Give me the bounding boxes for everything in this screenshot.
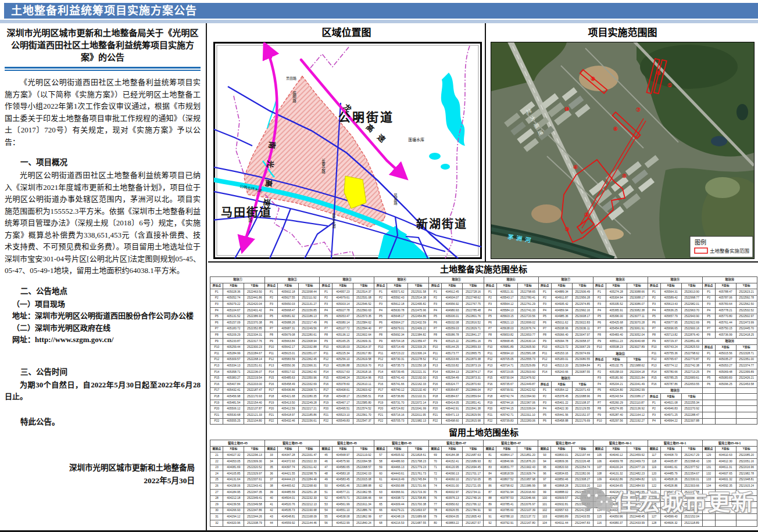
scope-area-number: ⑥ — [613, 126, 618, 132]
street-name-label: 振明路 — [292, 91, 296, 103]
legend-swatch — [695, 248, 707, 253]
table-row: 24404105.852522329.9736404421.552522298.… — [210, 471, 757, 477]
location-map-title: 区域位置图 — [208, 26, 485, 41]
table-row: P16405407.842522203.00P16405458.49252233… — [210, 382, 757, 388]
street-name-label: 景田路 — [286, 76, 296, 81]
location-map-panel: 区域位置图 — [208, 23, 486, 261]
section3-title: 三、公告时间 — [5, 366, 201, 378]
scope-area-number: ⑩ — [564, 106, 569, 112]
table-row: 26404158.062522343.4138404465.622522268.… — [210, 483, 757, 490]
section2-address: 地址：深圳市光明区公明街道西田股份合作公司办公楼 — [5, 310, 201, 322]
section1-body: 光明区公明街道西田社区土地整备利益统筹项目已纳入《深圳市2021年度城市更新和土… — [5, 170, 201, 277]
scope-map-panel: 项目实施范围图 — [487, 23, 758, 261]
table-row: P15405383.272522219.54P15405485.63252235… — [210, 375, 757, 382]
location-map-label: 新湖街道 — [416, 217, 467, 231]
table-row: 28404212.182522349.4140404504.012522232.… — [210, 495, 757, 502]
table-row: P6405157.092522370.38P6405688.262522217.… — [210, 320, 757, 326]
location-map-frame: 公明街道马田街道新湖街道莲塘水库龙大高速南光高速振明路长春北路松白路民生大道风景… — [213, 42, 482, 259]
table-row: P5405131.522522386.93P5405681.922522186.… — [210, 314, 757, 320]
legend-item-label: 土地整备实施范围 — [710, 248, 749, 254]
table-row: P13405334.132522251.61P13405550.36252236… — [210, 363, 757, 369]
blue-double-rule — [5, 67, 201, 71]
scope-area-number: ⑧ — [591, 76, 595, 82]
street-name-label: 民生大道 — [332, 213, 336, 229]
table-row: P18405456.982522170.93P18405421.68252228… — [210, 394, 757, 400]
table-row: P7405183.722522352.85P7405687.312522249.… — [210, 326, 757, 332]
table-row: 32404320.962522338.7944404559.922522144.… — [210, 520, 757, 526]
table-row: P14405358.712522236.07P14405517.02252236… — [210, 369, 757, 375]
scope-area-number: ② — [584, 212, 589, 218]
table-row: 27404184.952522347.3539404485.592522251.… — [210, 490, 757, 496]
street-name-label: 风景路 — [394, 193, 398, 206]
scope-area-number: ⑦ — [636, 107, 641, 113]
table-row: P19405481.542522154.40P19405413.50252224… — [210, 400, 757, 406]
scope-map-frame: 图例 土地整备实施范围 龙大高速茅洲河①②③④⑤⑥⑦⑧⑨⑩ — [491, 42, 755, 259]
table-subheader-row: 图斑点X坐标Y坐标图斑点X坐标Y坐标图斑点X坐标Y坐标图斑点X坐标Y坐标图斑点X… — [210, 446, 757, 452]
table-group-header-row: 地块①地块②地块③地块④地块⑤地块⑥地块⑦地块⑧地块⑨地块⑩ — [210, 277, 757, 283]
table-row: P22405555.252522104.80P22405432.46252215… — [210, 418, 757, 425]
scope-area-number: ⑤ — [622, 173, 627, 179]
street-name-label: 长春北路 — [321, 158, 326, 175]
scope-area-number: ① — [667, 82, 672, 88]
maps-row: 区域位置图 — [208, 23, 758, 263]
table-group-header-row: 留用土地05-45留用土地05-45留用土地05-45留用土地05-45留用土地… — [210, 440, 757, 447]
table-row: P3405079.222522420.04P3405650.032522131.… — [210, 301, 757, 308]
section3-body: 为期30个自然日，自2022年5月30日起至2022年6月28日止。 — [5, 379, 201, 403]
doc-heading: 深圳市光明区城市更新和土地整备局关于《光明区公明街道西田社区土地整备利益统筹项目… — [5, 27, 200, 64]
announcement-page: 土地整备利益统筹项目实施方案公告 深圳市光明区城市更新和土地整备局关于《光明区公… — [0, 0, 758, 532]
table1-title: 土地整备实施范围坐标 — [209, 264, 758, 275]
table-row: P17405432.412522187.47P17405436.86252230… — [210, 387, 757, 394]
signature-date: 2022年5月30日 — [5, 475, 201, 487]
table-row: 22404053.052522309.3034404372.932522322.… — [210, 459, 757, 465]
table-row: 23404081.692522320.5235404397.742522311.… — [210, 465, 757, 471]
table-row: P8405209.292522334.31P8405679.082522280.… — [210, 332, 757, 339]
table-row: 29404239.562522349.5841404520.762522212.… — [210, 502, 757, 508]
scope-area-number: ③ — [565, 227, 570, 232]
coordinate-table: 留用土地05-45留用土地05-45留用土地05-45留用土地05-45留用土地… — [210, 440, 757, 526]
scope-map-svg: 图例 土地整备实施范围 龙大高速茅洲河①②③④⑤⑥⑦⑧⑨⑩ — [491, 42, 754, 258]
signature-org: 深圳市光明区城市更新和土地整备局 — [5, 462, 201, 475]
table-row: 21404027.322522296.1333404347.282522331.… — [210, 452, 757, 459]
section2-item1: （一）项目现场 — [5, 299, 201, 311]
coordinate-table: 地块①地块②地块③地块④地块⑤地块⑥地块⑦地块⑧地块⑨地块⑩界址点X坐标Y坐标界… — [210, 276, 757, 425]
table-row: P21405530.682522121.33P21405418.97252218… — [210, 412, 757, 419]
table2-title: 留用土地范围坐标 — [209, 427, 758, 438]
table-row: 25404131.642522337.6137404444.232522284.… — [210, 477, 757, 483]
scope-area-number: ⑨ — [656, 70, 661, 76]
scope-legend: 图例 土地整备实施范围 — [690, 236, 753, 257]
table-row: P10405259.442522300.23P10405642.17252233… — [210, 344, 757, 351]
table-row: P4405104.672522401.42P4405668.472522156.… — [210, 307, 757, 314]
retained-land-coordinates-table: 留用土地05-45留用土地05-45留用土地05-45留用土地05-45留用土地… — [209, 440, 758, 526]
scope-area-number: ④ — [573, 164, 578, 170]
table-row: P12405309.572522268.14P12405583.59252236… — [210, 357, 757, 363]
section1-title: 一、项目概况 — [5, 156, 201, 168]
intro-paragraph: 《光明区公明街道西田社区土地整备利益统筹项目实施方案》（以下简称《实施方案》）已… — [5, 77, 201, 148]
page-title: 土地整备利益统筹项目实施方案公告 — [4, 3, 758, 19]
table-row: P9405233.872522317.76P9405663.842522308.… — [210, 338, 757, 344]
table-row: P11405284.992522284.67P11405615.01252235… — [210, 351, 757, 357]
table-subheader-row: 界址点X坐标Y坐标界址点X坐标Y坐标界址点X坐标Y坐标界址点X坐标Y坐标界址点X… — [210, 283, 757, 289]
legend-title: 图例 — [695, 239, 706, 246]
section2-url: 网址：http://www.szgm.gov.cn/ — [5, 334, 201, 346]
announcement-text-column: 深圳市光明区城市更新和土地整备局关于《光明区公明街道西田社区土地整备利益统筹项目… — [0, 23, 207, 530]
location-map-label: 莲塘水库 — [408, 137, 424, 142]
scope-map-title: 项目实施范围图 — [487, 26, 758, 41]
location-map-svg: 公明街道马田街道新湖街道莲塘水库龙大高速南光高速振明路长春北路松白路民生大道风景… — [214, 42, 481, 258]
scope-coordinates-table: 地块①地块②地块③地块④地块⑤地块⑥地块⑦地块⑧地块⑨地块⑩界址点X坐标Y坐标界… — [209, 276, 758, 425]
street-name-label: 松白路 — [248, 210, 252, 223]
table-row: P20405506.122522137.87P20405412.59252221… — [210, 406, 757, 412]
closing-line: 特此公告。 — [5, 416, 201, 428]
coordinate-tables-section: 土地整备实施范围坐标 地块①地块②地块③地块④地块⑤地块⑥地块⑦地块⑧地块⑨地块… — [209, 264, 758, 530]
table-row: 31404294.122522344.2643404548.812522168.… — [210, 514, 757, 520]
table-row: P2405052.742522441.86P2405627.552522111.… — [210, 295, 757, 301]
section2-item2: （二）深圳市光明区政府在线 — [5, 322, 201, 335]
table-row: 30404266.932522347.8642404535.732522190.… — [210, 508, 757, 514]
section2-title: 二、公告地点 — [5, 285, 201, 297]
table-row: P1405028.362522463.50P1405602.182522098.… — [210, 289, 757, 296]
